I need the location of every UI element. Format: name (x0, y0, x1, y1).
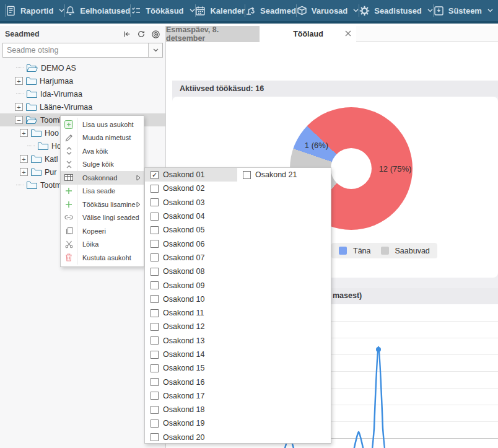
submenu-item-osakond-08[interactable]: Osakond 08 (145, 265, 237, 278)
submenu-item-osakond-07[interactable]: Osakond 07 (145, 251, 237, 265)
tree-node-demo-as[interactable]: DEMO AS (0, 61, 165, 74)
nav-kalender[interactable]: Kalender (195, 6, 245, 16)
submenu-item-osakond-05[interactable]: Osakond 05 (145, 223, 237, 237)
submenu-item-osakond-01[interactable]: ✓Osakond 01 (145, 168, 237, 182)
nav-raportid[interactable]: Raportid (6, 6, 64, 16)
menu-item-kustuta-asukoht[interactable]: Kustuta asukoht (61, 251, 144, 265)
submenu-item-osakond-18[interactable]: Osakond 18 (145, 403, 237, 416)
menu-item-lisa-uus-asukoht[interactable]: Lisa uus asukoht (61, 118, 144, 131)
legend-label[interactable]: Täna (353, 247, 371, 255)
expand-plus-icon[interactable]: + (15, 103, 23, 111)
submenu-item-osakond-03[interactable]: Osakond 03 (145, 196, 237, 209)
menu-item-valise-lingi-seaded[interactable]: Välise lingi seaded (61, 211, 144, 225)
legend-label[interactable]: Saabuvad (395, 247, 430, 255)
submenu-item-osakond-14[interactable]: Osakond 14 (145, 348, 237, 361)
panel-title: Aktiivsed töökäsud: 16 (180, 84, 264, 93)
checkbox-icon[interactable] (151, 198, 159, 206)
target-icon[interactable] (151, 30, 160, 39)
nav-susteem[interactable]: Süsteem (434, 6, 493, 16)
tree-label: Harjumaa (40, 77, 73, 86)
menu-item-muuda-nimetust[interactable]: Muuda nimetust (61, 131, 144, 145)
checkbox-icon[interactable] (151, 240, 159, 248)
checkbox-icon[interactable] (151, 378, 159, 386)
checkbox-label: Osakond 03 (163, 198, 204, 207)
close-icon[interactable] (345, 30, 351, 38)
checkbox-label: Osakond 10 (163, 295, 204, 304)
gear-icon (359, 6, 370, 16)
checkbox-icon[interactable] (151, 351, 159, 359)
menu-item-tookasu-lisamine[interactable]: Töökäsu lisamine (61, 198, 144, 211)
submenu-item-osakond-10[interactable]: Osakond 10 (145, 292, 237, 306)
add-location-icon (61, 118, 77, 131)
submenu-item-osakond-06[interactable]: Osakond 06 (145, 237, 237, 250)
checkbox-icon[interactable] (151, 364, 159, 372)
expand-plus-icon[interactable]: + (20, 155, 28, 163)
donut-label-red: 12 (75%) (372, 164, 419, 173)
menu-label: Lisa seade (77, 187, 144, 195)
checkbox-icon[interactable] (151, 226, 159, 234)
submenu-item-osakond-19[interactable]: Osakond 19 (145, 416, 237, 430)
checkbox-icon[interactable] (151, 281, 159, 289)
bell-icon (65, 6, 76, 16)
checkbox-icon[interactable] (151, 309, 159, 317)
checkbox-icon[interactable] (151, 253, 159, 261)
submenu-item-osakond-12[interactable]: Osakond 12 (145, 320, 237, 333)
parts-box-icon (297, 6, 307, 16)
search-input[interactable] (3, 43, 148, 57)
nav-eelhoiatused[interactable]: Eelhoiatused (65, 6, 130, 16)
checkbox-icon[interactable] (151, 336, 159, 345)
submenu-item-osakond-16[interactable]: Osakond 16 (145, 375, 237, 389)
checkbox-icon[interactable] (151, 419, 159, 428)
expand-plus-icon[interactable]: + (20, 129, 28, 137)
submenu-item-osakond-11[interactable]: Osakond 11 (145, 306, 237, 320)
checkbox-icon[interactable] (151, 213, 159, 221)
nav-seadistused[interactable]: Seadistused (359, 6, 433, 16)
legend-swatch-tana[interactable] (339, 247, 347, 255)
tree-node-laane-virumaa[interactable]: + Lääne-Virumaa (0, 100, 165, 113)
tab-label: Töölaud (293, 30, 323, 38)
folder-closed-icon (26, 77, 37, 85)
submenu-item-osakond-21[interactable]: Osakond 21 (237, 168, 332, 182)
search-dropdown-button[interactable] (148, 43, 162, 57)
tab-dashboard[interactable]: Töölaud (260, 26, 356, 42)
checkbox-icon[interactable] (243, 171, 251, 179)
menu-item-kopeeri[interactable]: Kopeeri (61, 224, 144, 238)
checkbox-icon[interactable] (151, 392, 159, 400)
nav-seadmed[interactable]: Seadmed (245, 6, 296, 16)
checkbox-icon[interactable] (151, 185, 159, 193)
tree-node-ida-virumaa[interactable]: Ida-Virumaa (0, 87, 165, 100)
submenu-item-osakond-02[interactable]: Osakond 02 (145, 182, 237, 195)
nav-varuosad[interactable]: Varuosad (297, 6, 359, 16)
expand-plus-icon[interactable]: + (15, 77, 23, 85)
collapse-minus-icon[interactable]: − (15, 116, 23, 124)
submenu-item-osakond-13[interactable]: Osakond 13 (145, 334, 237, 348)
tree-node-harjumaa[interactable]: + Harjumaa (0, 74, 165, 87)
checkbox-icon[interactable] (151, 268, 159, 276)
legend-swatch-saabuvad[interactable] (381, 247, 389, 255)
checkbox-icon[interactable] (151, 295, 159, 303)
tree-guide (16, 68, 24, 68)
submenu-item-osakond-17[interactable]: Osakond 17 (145, 389, 237, 403)
checkbox-checked-icon[interactable]: ✓ (151, 171, 159, 179)
menu-item-osakonnad[interactable]: Osakonnad (61, 171, 144, 185)
menu-item-lisa-seade[interactable]: Lisa seade (61, 185, 144, 198)
collapse-panel-icon[interactable] (123, 30, 131, 38)
checkbox-icon[interactable] (151, 406, 159, 414)
panel2-title-fragment: masest) (333, 291, 362, 300)
report-icon (6, 6, 16, 16)
expand-plus-icon[interactable]: + (20, 168, 28, 176)
nav-tookasud[interactable]: Töökäsud (131, 6, 194, 16)
submenu-item-osakond-20[interactable]: Osakond 20 (145, 431, 237, 444)
menu-item-ava-koik[interactable]: Ava kõik (61, 144, 144, 158)
menu-label: Sulge kõik (77, 160, 144, 168)
submenu-item-osakond-15[interactable]: Osakond 15 (145, 361, 237, 375)
checkbox-icon[interactable] (151, 433, 159, 441)
submenu-item-osakond-04[interactable]: Osakond 04 (145, 209, 237, 223)
menu-item-loika[interactable]: Lõika (61, 238, 144, 252)
refresh-icon[interactable] (137, 30, 146, 38)
menu-item-sulge-koik[interactable]: Sulge kõik (61, 158, 144, 172)
data-point-marker[interactable] (376, 347, 381, 352)
tab-day[interactable]: Esmaspäev, 8. detsember (166, 26, 260, 42)
submenu-item-osakond-09[interactable]: Osakond 09 (145, 278, 237, 292)
checkbox-icon[interactable] (151, 323, 159, 331)
